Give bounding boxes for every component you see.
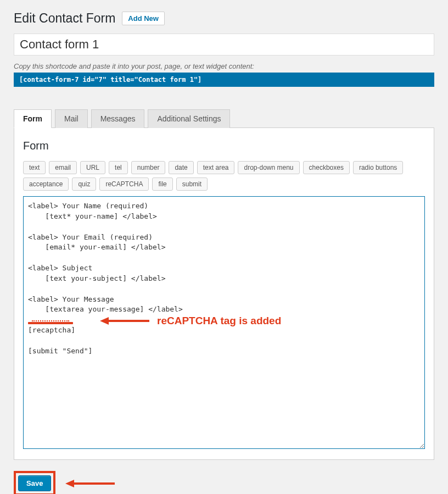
tag-btn-url[interactable]: URL — [80, 161, 105, 174]
shortcode-helper-text: Copy this shortcode and paste it into yo… — [14, 62, 434, 70]
tag-btn-email[interactable]: email — [49, 161, 77, 174]
page-title: Edit Contact Form — [14, 11, 115, 26]
tag-btn-tel[interactable]: tel — [109, 161, 128, 174]
tab-additional-settings[interactable]: Additional Settings — [148, 109, 230, 128]
save-highlight-box: Save — [14, 471, 55, 494]
tag-btn-radio[interactable]: radio buttons — [353, 161, 403, 174]
svg-marker-3 — [65, 480, 74, 487]
tag-btn-checkboxes[interactable]: checkboxes — [303, 161, 350, 174]
tag-btn-textarea[interactable]: text area — [197, 161, 235, 174]
tag-btn-dropdown[interactable]: drop-down menu — [238, 161, 299, 174]
add-new-button[interactable]: Add New — [122, 12, 165, 25]
tabs-bar: Form Mail Messages Additional Settings — [14, 109, 434, 128]
save-button[interactable]: Save — [18, 475, 51, 491]
save-row: Save — [14, 471, 434, 494]
form-template-textarea[interactable] — [23, 196, 425, 449]
tab-mail[interactable]: Mail — [55, 109, 88, 128]
page-header: Edit Contact Form Add New — [14, 11, 434, 26]
tag-btn-submit[interactable]: submit — [176, 177, 208, 191]
tab-messages[interactable]: Messages — [91, 109, 145, 128]
tag-btn-file[interactable]: file — [152, 177, 172, 191]
form-title-input[interactable] — [14, 34, 434, 55]
arrow-left-icon — [65, 479, 115, 489]
tab-form[interactable]: Form — [14, 109, 52, 128]
tag-btn-quiz[interactable]: quiz — [72, 177, 96, 191]
shortcode-display[interactable]: [contact-form-7 id="7" title="Contact fo… — [14, 73, 434, 87]
tag-btn-acceptance[interactable]: acceptance — [23, 177, 69, 191]
tag-btn-date[interactable]: date — [169, 161, 193, 174]
tag-btn-number[interactable]: number — [131, 161, 166, 174]
tab-panel-form: Form text email URL tel number date text… — [14, 127, 434, 460]
tag-button-row: text email URL tel number date text area… — [23, 161, 425, 191]
panel-heading: Form — [23, 140, 425, 152]
tag-btn-recaptcha[interactable]: reCAPTCHA — [99, 177, 149, 191]
tag-btn-text[interactable]: text — [23, 161, 46, 174]
